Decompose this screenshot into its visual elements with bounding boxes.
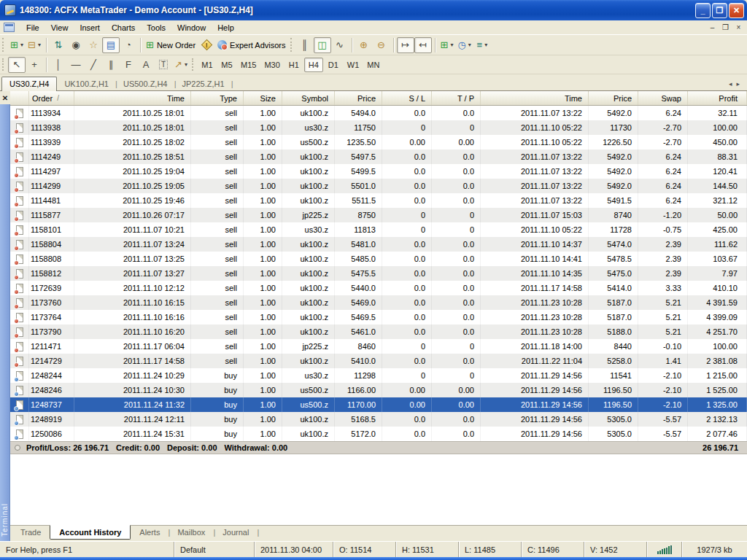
tab-scroll-right-icon[interactable]: ▸ xyxy=(736,80,740,88)
horizontal-line-button[interactable]: — xyxy=(67,57,85,73)
column-header-icon[interactable] xyxy=(10,91,29,105)
history-row[interactable]: 12482442011.11.24 10:29buy1.00us30.z1129… xyxy=(10,368,747,383)
equidistant-channel-button[interactable]: ∥ xyxy=(102,57,120,73)
fibonacci-button[interactable]: F xyxy=(120,57,137,73)
timeframe-button[interactable]: M15 xyxy=(237,58,260,72)
history-row[interactable]: 12500862011.11.24 15:31buy1.00uk100.z517… xyxy=(10,427,747,441)
history-row[interactable]: 11139382011.10.25 18:01sell1.00us30.z117… xyxy=(10,120,747,135)
history-row[interactable]: 11588042011.11.07 13:24sell1.00uk100.z54… xyxy=(10,237,747,252)
chart-tab[interactable]: US500.Z,H4 xyxy=(116,77,175,90)
history-row[interactable]: 11581012011.11.07 10:21sell1.00us30.z118… xyxy=(10,222,747,237)
line-chart-button[interactable]: ∿ xyxy=(331,37,349,53)
crosshair-button[interactable]: + xyxy=(26,57,43,73)
timeframe-button[interactable]: M5 xyxy=(217,58,236,72)
menu-item[interactable]: Insert xyxy=(74,22,106,34)
column-header-size[interactable]: Size xyxy=(244,91,282,105)
mdi-minimize-button[interactable]: ‒ xyxy=(706,22,719,33)
history-row[interactable]: 11737642011.11.10 16:16sell1.00uk100.z54… xyxy=(10,310,747,324)
timeframe-button[interactable]: M30 xyxy=(260,58,283,72)
periods-button[interactable]: ◷ xyxy=(456,37,473,53)
column-header-tp[interactable]: T / P xyxy=(432,91,481,105)
history-row[interactable]: 11726392011.11.10 12:12sell1.00uk100.z54… xyxy=(10,281,747,295)
history-row[interactable]: 11737602011.11.10 16:15sell1.00uk100.z54… xyxy=(10,295,747,310)
templates-button[interactable]: ≡ xyxy=(473,37,491,53)
history-row[interactable]: 12114712011.11.17 06:04sell1.00jp225.z84… xyxy=(10,339,747,354)
chart-tab[interactable]: JP225.Z,H1 xyxy=(174,77,231,90)
column-header-swap[interactable]: Swap xyxy=(638,91,688,105)
column-header-close-price[interactable]: Price xyxy=(589,91,638,105)
history-row[interactable]: 11142492011.10.25 18:51sell1.00uk100.z54… xyxy=(10,149,747,164)
profiles-button[interactable]: ⊟ xyxy=(26,37,43,53)
history-row[interactable]: 12482462011.11.24 10:30buy1.00us500.z116… xyxy=(10,383,747,397)
history-row[interactable]: 11139392011.10.25 18:02sell1.00us500.z12… xyxy=(10,135,747,149)
column-header-type[interactable]: Type xyxy=(191,91,244,105)
timeframe-button[interactable]: M1 xyxy=(198,58,217,72)
mdi-restore-button[interactable]: ❐ xyxy=(719,22,732,33)
new-order-button[interactable]: ⊞ New Order xyxy=(144,37,198,53)
data-window-button[interactable]: ◉ xyxy=(67,37,85,53)
menu-item[interactable]: Window xyxy=(171,22,212,34)
cursor-button[interactable]: ↖ xyxy=(8,57,26,73)
timeframe-button[interactable]: H4 xyxy=(304,58,323,72)
column-header-open-time[interactable]: Time xyxy=(74,91,191,105)
menu-item[interactable]: View xyxy=(45,22,74,34)
candlestick-button[interactable]: ◫ xyxy=(314,37,331,53)
auto-scroll-button[interactable]: ↦ xyxy=(397,37,414,53)
history-row[interactable]: 11144812011.10.25 19:46sell1.00uk100.z55… xyxy=(10,193,747,208)
history-row[interactable]: 11142972011.10.25 19:04sell1.00uk100.z54… xyxy=(10,164,747,179)
chart-shift-button[interactable]: ↤ xyxy=(414,37,432,53)
minimize-button[interactable]: _ xyxy=(695,3,711,18)
menu-item[interactable]: Help xyxy=(212,22,240,34)
status-profile[interactable]: Default xyxy=(174,542,254,557)
bar-chart-button[interactable]: ║ xyxy=(296,37,314,53)
column-header-sl[interactable]: S / L xyxy=(382,91,432,105)
column-header-symbol[interactable]: Symbol xyxy=(282,91,335,105)
history-row[interactable]: 11588122011.11.07 13:27sell1.00uk100.z54… xyxy=(10,266,747,281)
zoom-in-button[interactable]: ⊕ xyxy=(355,37,373,53)
restore-button[interactable]: ❐ xyxy=(712,3,727,18)
menu-item[interactable]: Tools xyxy=(141,22,171,34)
history-row[interactable]: 11737902011.11.10 16:20sell1.00uk100.z54… xyxy=(10,324,747,339)
terminal-tab[interactable]: Alerts xyxy=(131,526,169,540)
column-header-profit[interactable]: Profit xyxy=(688,91,747,105)
chart-tab[interactable]: US30.Z,H4 xyxy=(1,77,57,91)
terminal-tab[interactable]: Journal xyxy=(214,526,258,540)
column-header-close-time[interactable]: Time xyxy=(481,91,589,105)
toolbar-grip[interactable] xyxy=(290,38,293,52)
expert-advisors-button[interactable]: Expert Advisors xyxy=(215,37,287,53)
column-header-order[interactable]: Order/ xyxy=(29,91,74,105)
terminal-close-icon[interactable]: ✕ xyxy=(0,91,10,104)
close-button[interactable]: ✕ xyxy=(729,3,744,18)
history-row[interactable]: 12489192011.11.24 12:11buy1.00uk100.z516… xyxy=(10,412,747,427)
new-chart-button[interactable]: ⊞ xyxy=(8,37,26,53)
timeframe-button[interactable]: D1 xyxy=(324,58,343,72)
market-watch-button[interactable]: ⇅ xyxy=(50,37,67,53)
toolbar-grip[interactable] xyxy=(2,38,5,52)
timeframe-button[interactable]: H1 xyxy=(285,58,303,72)
menu-item[interactable]: File xyxy=(20,22,45,34)
history-row[interactable]: 12487372011.11.24 11:32buy1.00us500.z117… xyxy=(10,397,747,412)
toolbar-grip[interactable] xyxy=(192,58,195,71)
terminal-tab[interactable]: Trade xyxy=(12,526,50,540)
text-label-button[interactable]: T xyxy=(155,57,172,73)
terminal-tab[interactable]: Mailbox xyxy=(169,526,214,540)
navigator-button[interactable]: ☆ xyxy=(85,37,102,53)
chart-tab[interactable]: UK100.Z,H1 xyxy=(57,77,116,90)
timeframe-button[interactable]: MN xyxy=(363,58,383,72)
history-row[interactable]: 11139342011.10.25 18:01sell1.00uk100.z54… xyxy=(10,106,747,120)
metaeditor-button[interactable]: ! xyxy=(198,37,215,53)
terminal-tab[interactable]: Account History xyxy=(50,525,131,540)
text-button[interactable]: A xyxy=(137,57,155,73)
arrows-tool-button[interactable]: ↗ xyxy=(172,57,190,73)
toolbar-grip[interactable] xyxy=(2,58,5,71)
terminal-button[interactable]: ▤ xyxy=(102,37,120,53)
history-row[interactable]: 12147292011.11.17 14:58sell1.00uk100.z54… xyxy=(10,354,747,368)
menu-item[interactable]: Charts xyxy=(106,22,141,34)
indicators-button[interactable]: ⊞ xyxy=(438,37,456,53)
trendline-button[interactable]: ╱ xyxy=(85,57,102,73)
tab-scroll-left-icon[interactable]: ◂ xyxy=(729,80,732,88)
vertical-line-button[interactable]: │ xyxy=(50,57,67,73)
strategy-tester-button[interactable]: ◔ xyxy=(120,37,137,53)
history-row[interactable]: 11158772011.10.26 07:17sell1.00jp225.z87… xyxy=(10,208,747,222)
history-row[interactable]: 11142992011.10.25 19:05sell1.00uk100.z55… xyxy=(10,179,747,193)
